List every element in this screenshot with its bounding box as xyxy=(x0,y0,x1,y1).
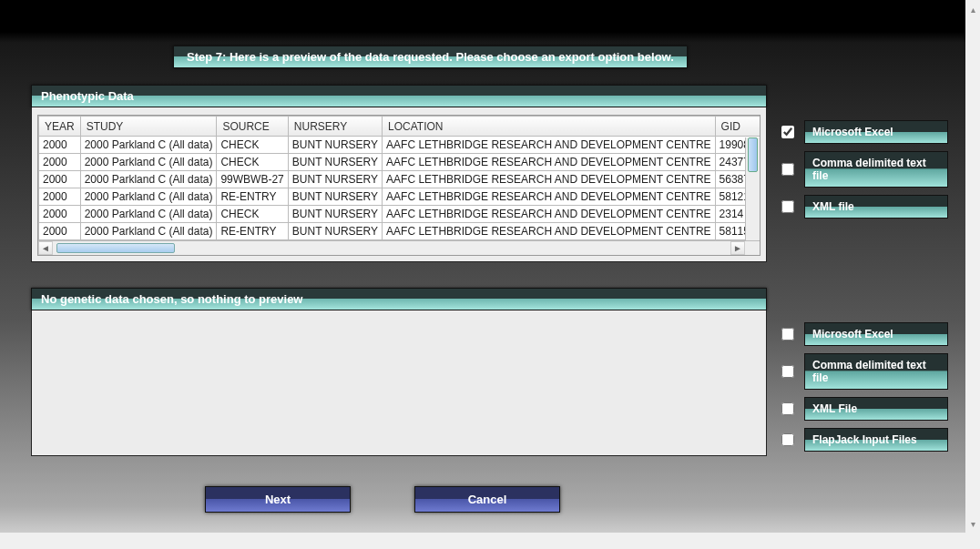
export-checkbox[interactable] xyxy=(781,163,794,176)
table-row[interactable]: 20002000 Parkland C (All data)RE-ENTRYBU… xyxy=(39,223,761,240)
column-header[interactable]: SOURCE xyxy=(217,117,288,137)
step-banner: Step 7: Here is a preview of the data re… xyxy=(173,46,688,68)
cell-year: 2000 xyxy=(39,171,81,188)
phenotypic-panel: Phenotypic Data YEARSTUDYSOURCENURSERYLO… xyxy=(31,85,767,262)
cell-study: 2000 Parkland C (All data) xyxy=(80,154,217,171)
cell-location: AAFC LETHBRIDGE RESEARCH AND DEVELOPMENT… xyxy=(383,171,716,188)
genetic-panel: No genetic data chosen, so nothing to pr… xyxy=(31,288,767,456)
export-label: FlapJack Input Files xyxy=(804,428,948,452)
cell-study: 2000 Parkland C (All data) xyxy=(80,206,217,223)
grid-vscroll[interactable] xyxy=(745,137,760,240)
cell-nursery: BUNT NURSERY xyxy=(288,154,382,171)
export-label: Microsoft Excel xyxy=(804,322,948,346)
export-option: Microsoft Excel xyxy=(778,120,948,144)
cancel-button[interactable]: Cancel xyxy=(414,486,560,513)
cell-study: 2000 Parkland C (All data) xyxy=(80,223,217,240)
cell-location: AAFC LETHBRIDGE RESEARCH AND DEVELOPMENT… xyxy=(383,188,716,206)
grid-hscroll-thumb[interactable] xyxy=(56,243,175,253)
export-label: Comma delimited text file xyxy=(804,151,948,188)
cell-nursery: BUNT NURSERY xyxy=(288,188,382,206)
cell-year: 2000 xyxy=(39,206,81,223)
export-checkbox[interactable] xyxy=(781,126,794,138)
scroll-up-icon[interactable]: ▴ xyxy=(966,2,979,16)
cell-source: RE-ENTRY xyxy=(217,188,288,206)
hscroll-right-icon[interactable]: ► xyxy=(730,241,745,255)
cell-source: RE-ENTRY xyxy=(217,223,288,240)
cell-year: 2000 xyxy=(39,137,81,154)
scroll-down-icon[interactable]: ▾ xyxy=(966,516,979,531)
cell-source: 99WBWB-27 xyxy=(217,171,288,188)
phenotypic-grid[interactable]: YEARSTUDYSOURCENURSERYLOCATIONGID 200020… xyxy=(37,115,761,256)
export-label: Microsoft Excel xyxy=(804,120,948,144)
export-label: Comma delimited text file xyxy=(804,353,948,390)
export-option: FlapJack Input Files xyxy=(778,428,948,452)
cell-nursery: BUNT NURSERY xyxy=(288,223,382,240)
grid-vscroll-thumb[interactable] xyxy=(748,137,758,172)
export-options-phenotypic: Microsoft ExcelComma delimited text file… xyxy=(778,120,948,219)
window-vscroll[interactable]: ▴ ▾ xyxy=(966,2,979,531)
cell-location: AAFC LETHBRIDGE RESEARCH AND DEVELOPMENT… xyxy=(383,154,716,171)
cell-study: 2000 Parkland C (All data) xyxy=(80,171,217,188)
cell-location: AAFC LETHBRIDGE RESEARCH AND DEVELOPMENT… xyxy=(383,206,716,223)
cell-location: AAFC LETHBRIDGE RESEARCH AND DEVELOPMENT… xyxy=(383,137,716,154)
column-header[interactable]: YEAR xyxy=(39,117,81,137)
grid-hscroll[interactable]: ◄ ► xyxy=(38,240,760,255)
table-row[interactable]: 20002000 Parkland C (All data)CHECKBUNT … xyxy=(39,206,761,223)
export-options-genetic: Microsoft ExcelComma delimited text file… xyxy=(778,322,948,452)
cell-source: CHECK xyxy=(217,206,288,223)
export-checkbox[interactable] xyxy=(781,433,794,446)
genetic-body-empty xyxy=(31,310,767,456)
table-row[interactable]: 20002000 Parkland C (All data)CHECKBUNT … xyxy=(39,137,761,154)
export-checkbox[interactable] xyxy=(781,328,794,341)
export-checkbox[interactable] xyxy=(781,200,794,213)
cell-nursery: BUNT NURSERY xyxy=(288,171,382,188)
app-window: Step 7: Here is a preview of the data re… xyxy=(0,0,980,549)
column-header[interactable]: STUDY xyxy=(80,117,217,137)
phenotypic-header: Phenotypic Data xyxy=(31,85,767,107)
export-option: Comma delimited text file xyxy=(778,353,948,390)
cell-nursery: BUNT NURSERY xyxy=(288,206,382,223)
export-label: XML File xyxy=(804,397,948,421)
cell-year: 2000 xyxy=(39,154,81,171)
export-checkbox[interactable] xyxy=(781,402,794,415)
genetic-header: No genetic data chosen, so nothing to pr… xyxy=(31,288,767,310)
next-button[interactable]: Next xyxy=(205,486,351,513)
table-row[interactable]: 20002000 Parkland C (All data)CHECKBUNT … xyxy=(39,154,761,171)
export-label: XML file xyxy=(804,195,948,219)
cell-nursery: BUNT NURSERY xyxy=(288,137,382,154)
export-option: XML File xyxy=(778,397,948,421)
cell-source: CHECK xyxy=(217,154,288,171)
cell-location: AAFC LETHBRIDGE RESEARCH AND DEVELOPMENT… xyxy=(383,223,716,240)
table-row[interactable]: 20002000 Parkland C (All data)99WBWB-27B… xyxy=(39,171,761,188)
cell-study: 2000 Parkland C (All data) xyxy=(80,137,217,154)
wizard-buttons: Next Cancel xyxy=(0,486,765,513)
column-header[interactable]: NURSERY xyxy=(288,117,382,137)
cell-source: CHECK xyxy=(217,137,288,154)
table-row[interactable]: 20002000 Parkland C (All data)RE-ENTRYBU… xyxy=(39,188,761,206)
cell-year: 2000 xyxy=(39,223,81,240)
column-header[interactable]: LOCATION xyxy=(383,117,716,137)
export-option: Comma delimited text file xyxy=(778,151,948,188)
hscroll-left-icon[interactable]: ◄ xyxy=(38,241,53,255)
export-option: Microsoft Excel xyxy=(778,322,948,346)
export-option: XML file xyxy=(778,195,948,219)
export-checkbox[interactable] xyxy=(781,365,794,378)
cell-study: 2000 Parkland C (All data) xyxy=(80,188,217,206)
column-header[interactable]: GID xyxy=(715,117,761,137)
cell-year: 2000 xyxy=(39,188,81,206)
